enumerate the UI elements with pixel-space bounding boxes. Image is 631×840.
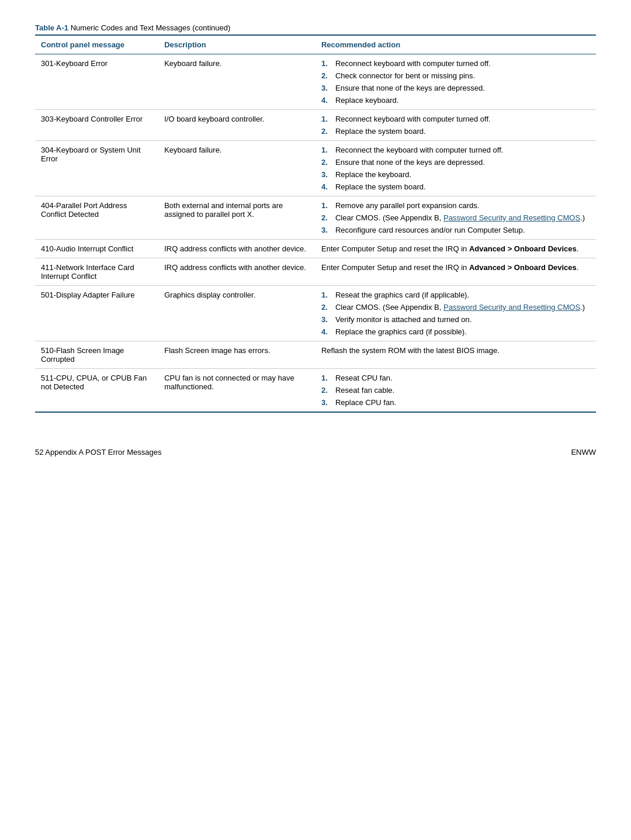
list-item-text: Replace the keyboard. [335,170,411,179]
header-description: Description [158,35,316,54]
list-item-text: Check connector for bent or missing pins… [335,71,475,80]
cell-description: I/O board keyboard controller. [158,110,316,141]
list-number: 1. [321,291,333,299]
cell-message: 411-Network Interface Card Interrupt Con… [35,258,158,286]
action-text: Reflash the system ROM with the latest B… [321,346,500,355]
list-item-text-after: .) [580,303,585,312]
action-bold-text: Advanced > Onboard Devices [469,263,577,272]
list-item: 2.Reseat fan cable. [321,386,590,395]
list-item-text: Verify monitor is attached and turned on… [335,315,471,324]
cell-description: Graphics display controller. [158,286,316,341]
table-row: 303-Keyboard Controller ErrorI/O board k… [35,110,596,141]
main-table: Control panel message Description Recomm… [35,34,596,413]
list-item-text: Ensure that none of the keys are depress… [335,84,485,92]
list-item-text: Replace the graphics card (if possible). [335,327,467,336]
table-row: 304-Keyboard or System Unit ErrorKeyboar… [35,141,596,196]
list-number: 2. [321,127,333,136]
list-item: 2.Replace the system board. [321,127,590,136]
list-item-text: Replace CPU fan. [335,398,396,407]
list-item: 2.Check connector for bent or missing pi… [321,71,590,80]
list-item-text: Reconnect keyboard with computer turned … [335,115,491,123]
cell-message: 404-Parallel Port Address Conflict Detec… [35,196,158,240]
list-item: 1.Reseat CPU fan. [321,374,590,382]
action-text: Enter Computer Setup and reset the IRQ i… [321,263,469,272]
list-item: 4.Replace the graphics card (if possible… [321,327,590,336]
table-row: 404-Parallel Port Address Conflict Detec… [35,196,596,240]
table-label: Table A-1 [35,23,68,32]
list-number: 1. [321,201,333,210]
list-item: 3.Ensure that none of the keys are depre… [321,84,590,92]
page-footer: 52 Appendix A POST Error Messages ENWW [35,448,596,457]
list-item-text: Replace the system board. [335,127,426,136]
list-number: 3. [321,84,333,92]
table-caption: Table A-1 Numeric Codes and Text Message… [35,23,596,34]
list-item: 3.Replace the keyboard. [321,170,590,179]
list-item-text: Reconnect keyboard with computer turned … [335,59,491,68]
cell-description: IRQ address conflicts with another devic… [158,240,316,258]
header-recommended-action: Recommended action [316,35,596,54]
action-text: Enter Computer Setup and reset the IRQ i… [321,244,469,253]
list-number: 1. [321,115,333,123]
hyperlink[interactable]: Password Security and Resetting CMOS [443,213,580,222]
list-item: 1.Remove any parallel port expansion car… [321,201,590,210]
list-item: 2.Clear CMOS. (See Appendix B, Password … [321,303,590,312]
cell-description: Keyboard failure. [158,54,316,110]
cell-message: 303-Keyboard Controller Error [35,110,158,141]
table-row: 410-Audio Interrupt ConflictIRQ address … [35,240,596,258]
cell-description: Both external and internal ports are ass… [158,196,316,240]
table-row: 411-Network Interface Card Interrupt Con… [35,258,596,286]
list-number: 1. [321,146,333,154]
list-number: 2. [321,386,333,395]
list-item: 2.Ensure that none of the keys are depre… [321,158,590,167]
cell-message: 304-Keyboard or System Unit Error [35,141,158,196]
list-number: 2. [321,71,333,80]
list-item-text: Reconnect the keyboard with computer tur… [335,146,503,154]
cell-description: CPU fan is not connected or may have mal… [158,369,316,413]
list-item-text: Reseat fan cable. [335,386,394,395]
cell-message: 511-CPU, CPUA, or CPUB Fan not Detected [35,369,158,413]
cell-message: 410-Audio Interrupt Conflict [35,240,158,258]
list-number: 4. [321,327,333,336]
cell-message: 301-Keyboard Error [35,54,158,110]
list-item-text-after: .) [580,213,585,222]
cell-action: Enter Computer Setup and reset the IRQ i… [316,258,596,286]
list-item: 4.Replace the system board. [321,182,590,191]
list-item-text-wrapper: Clear CMOS. (See Appendix B, Password Se… [335,303,585,312]
list-number: 1. [321,59,333,68]
cell-action: 1.Remove any parallel port expansion car… [316,196,596,240]
list-number: 1. [321,374,333,382]
list-item: 3.Reconfigure card resources and/or run … [321,226,590,234]
list-item-text: Replace the system board. [335,182,426,191]
cell-message: 510-Flash Screen Image Corrupted [35,341,158,369]
list-item-text: Remove any parallel port expansion cards… [335,201,479,210]
list-item: 1.Reconnect the keyboard with computer t… [321,146,590,154]
footer-left: 52 Appendix A POST Error Messages [35,448,162,457]
list-item-text: Replace keyboard. [335,96,398,105]
list-item-text: Ensure that none of the keys are depress… [335,158,485,167]
list-item: 1.Reseat the graphics card (if applicabl… [321,291,590,299]
cell-action: 1.Reconnect the keyboard with computer t… [316,141,596,196]
list-item: 1.Reconnect keyboard with computer turne… [321,59,590,68]
list-item: 4.Replace keyboard. [321,96,590,105]
list-item: 1.Reconnect keyboard with computer turne… [321,115,590,123]
cell-description: IRQ address conflicts with another devic… [158,258,316,286]
table-header-row: Control panel message Description Recomm… [35,35,596,54]
hyperlink[interactable]: Password Security and Resetting CMOS [443,303,580,312]
table-row: 301-Keyboard ErrorKeyboard failure.1.Rec… [35,54,596,110]
list-number: 4. [321,182,333,191]
list-number: 2. [321,213,333,222]
cell-description: Keyboard failure. [158,141,316,196]
list-number: 2. [321,158,333,167]
list-number: 4. [321,96,333,105]
cell-action: Enter Computer Setup and reset the IRQ i… [316,240,596,258]
list-number: 3. [321,398,333,407]
list-item-text: Reconfigure card resources and/or run Co… [335,226,525,234]
list-number: 3. [321,315,333,324]
table-row: 511-CPU, CPUA, or CPUB Fan not DetectedC… [35,369,596,413]
table-caption-text: Numeric Codes and Text Messages (continu… [68,23,230,32]
cell-message: 501-Display Adapter Failure [35,286,158,341]
cell-action: 1.Reseat the graphics card (if applicabl… [316,286,596,341]
list-item: 3.Replace CPU fan. [321,398,590,407]
action-bold-text: Advanced > Onboard Devices [469,244,577,253]
table-row: 501-Display Adapter FailureGraphics disp… [35,286,596,341]
